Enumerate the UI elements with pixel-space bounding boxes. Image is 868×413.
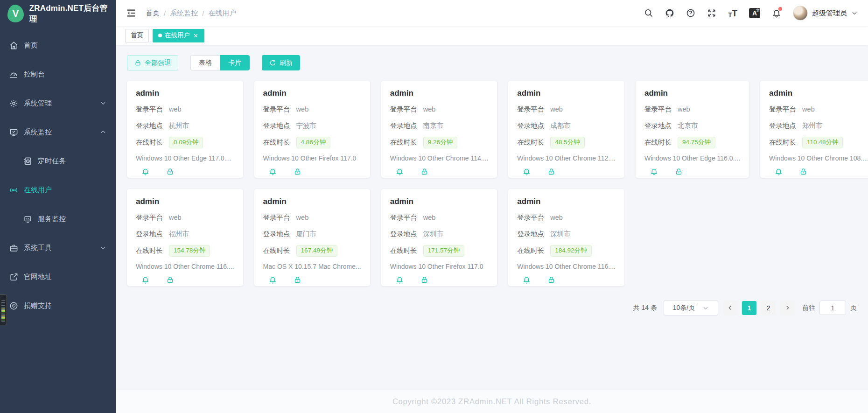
sidebar-item-system-mgmt[interactable]: 系统管理	[0, 89, 116, 118]
app-logo[interactable]: V ZRAdmin.NET后台管理	[0, 0, 116, 27]
navbar-actions: TT A文 超级管理员	[644, 6, 858, 21]
refresh-icon	[269, 59, 276, 66]
force-logout-lock-icon[interactable]	[675, 168, 683, 175]
card-username: admin	[390, 89, 489, 98]
chevron-down-icon	[100, 245, 106, 251]
force-logout-lock-icon[interactable]	[294, 168, 301, 175]
sidebar-item-console[interactable]: 控制台	[0, 60, 116, 89]
location-label: 登录地点	[644, 121, 672, 130]
page-button-2[interactable]: 2	[761, 301, 776, 315]
refresh-label: 刷新	[280, 59, 293, 67]
location-value: 深圳市	[550, 230, 571, 238]
force-logout-lock-icon[interactable]	[294, 276, 301, 284]
online-users-icon	[9, 186, 18, 195]
online-user-card: admin 登录平台 web 登录地点 成都市 在线时长 48.5分钟 Wind…	[508, 81, 624, 178]
online-user-card: admin 登录平台 web 登录地点 宁波市 在线时长 4.86分钟 Wind…	[254, 81, 370, 178]
sidebar-item-official-site[interactable]: 官网地址	[0, 262, 116, 291]
fullscreen-icon[interactable]	[707, 8, 716, 18]
tab-label: 在线用户	[165, 31, 190, 40]
goto-page-input[interactable]	[819, 301, 846, 315]
cards-grid: admin 登录平台 web 登录地点 杭州市 在线时长 0.09分钟 Wind…	[127, 81, 857, 286]
edge-widget-handle[interactable]	[0, 294, 7, 325]
platform-label: 登录平台	[136, 105, 163, 114]
table-view-label: 表格	[199, 59, 212, 67]
message-bell-icon[interactable]	[396, 276, 404, 284]
duration-badge: 0.09分钟	[169, 137, 203, 148]
location-value: 深圳市	[423, 230, 444, 238]
force-logout-lock-icon[interactable]	[547, 276, 555, 284]
next-page-button[interactable]	[780, 301, 795, 315]
language-icon[interactable]: A文	[749, 8, 760, 18]
location-value: 北京市	[678, 121, 698, 130]
card-actions	[517, 168, 616, 175]
duration-badge: 94.75分钟	[678, 137, 715, 148]
message-bell-icon[interactable]	[141, 276, 149, 284]
footer: Copyright ©2023 ZRAdmin.NET All Rights R…	[116, 390, 868, 413]
message-bell-icon[interactable]	[269, 276, 277, 284]
location-label: 登录地点	[517, 121, 544, 130]
user-menu[interactable]: 超级管理员	[793, 6, 858, 21]
font-size-icon[interactable]: TT	[728, 9, 737, 18]
monitor-icon	[9, 128, 18, 137]
message-bell-icon[interactable]	[269, 168, 277, 175]
force-logout-lock-icon[interactable]	[547, 168, 555, 175]
sidebar-item-system-monitor[interactable]: 系统监控	[0, 118, 116, 147]
copyright-text: Copyright ©2023 ZRAdmin.NET All Rights R…	[392, 397, 591, 406]
breadcrumb-item-home[interactable]: 首页	[146, 9, 160, 18]
sidebar-fold-icon[interactable]	[126, 8, 136, 18]
sidebar-item-donate[interactable]: 捐赠支持	[0, 291, 116, 320]
card-os-info: Windows 10 Other Firefox 117.0	[263, 154, 361, 162]
card-actions	[263, 276, 361, 284]
refresh-button[interactable]: 刷新	[262, 55, 300, 70]
location-label: 登录地点	[263, 121, 290, 130]
message-bell-icon[interactable]	[775, 168, 783, 175]
platform-value: web	[550, 105, 563, 113]
platform-value: web	[802, 105, 815, 113]
sidebar-item-server-monitor[interactable]: 服务监控	[0, 204, 116, 233]
force-logout-all-button[interactable]: 全部强退	[127, 55, 178, 70]
duration-label: 在线时长	[769, 138, 796, 147]
online-user-card: admin 登录平台 web 登录地点 南京市 在线时长 9.26分钟 Wind…	[381, 81, 497, 178]
sidebar-item-system-tools[interactable]: 系统工具	[0, 233, 116, 262]
sidebar-item-scheduled-tasks[interactable]: 定时任务	[0, 147, 116, 175]
platform-value: web	[169, 105, 182, 113]
card-os-info: Windows 10 Other Chrome 114....	[390, 154, 489, 162]
force-logout-lock-icon[interactable]	[166, 168, 174, 175]
duration-badge: 184.92分钟	[550, 245, 591, 257]
message-bell-icon[interactable]	[523, 168, 531, 175]
duration-badge: 48.5分钟	[550, 137, 584, 148]
notifications-bell-icon[interactable]	[772, 8, 781, 18]
force-logout-lock-icon[interactable]	[420, 168, 428, 175]
table-view-button[interactable]: 表格	[190, 55, 220, 70]
message-bell-icon[interactable]	[650, 168, 658, 175]
platform-label: 登录平台	[390, 105, 417, 114]
message-bell-icon[interactable]	[523, 276, 531, 284]
force-logout-lock-icon[interactable]	[420, 276, 428, 284]
online-user-card: admin 登录平台 web 登录地点 杭州市 在线时长 0.09分钟 Wind…	[127, 81, 243, 178]
page-button-1[interactable]: 1	[742, 301, 756, 315]
card-view-button[interactable]: 卡片	[220, 55, 250, 70]
duration-label: 在线时长	[517, 246, 544, 255]
help-icon[interactable]	[686, 8, 695, 18]
tab-home[interactable]: 首页	[125, 29, 149, 42]
platform-label: 登录平台	[517, 213, 544, 222]
platform-value: web	[296, 214, 309, 221]
force-logout-lock-icon[interactable]	[166, 276, 174, 284]
close-icon[interactable]	[193, 33, 199, 39]
location-label: 登录地点	[769, 121, 796, 130]
card-username: admin	[517, 89, 616, 98]
github-icon[interactable]	[665, 8, 674, 18]
duration-label: 在线时长	[390, 138, 417, 147]
card-os-info: Windows 10 Other Chrome 116....	[517, 263, 616, 270]
tab-online-users[interactable]: 在线用户	[153, 29, 204, 42]
force-logout-lock-icon[interactable]	[799, 168, 807, 175]
breadcrumb-item-system-monitor[interactable]: 系统监控	[170, 9, 198, 18]
message-bell-icon[interactable]	[141, 168, 149, 175]
message-bell-icon[interactable]	[396, 168, 404, 175]
search-icon[interactable]	[644, 8, 653, 18]
prev-page-button[interactable]	[723, 301, 737, 315]
sidebar-item-online-users[interactable]: 在线用户	[0, 175, 116, 204]
page-size-select[interactable]: 10条/页	[664, 300, 718, 315]
sidebar-item-home[interactable]: 首页	[0, 31, 116, 60]
sidebar-item-label: 系统管理	[24, 99, 52, 108]
